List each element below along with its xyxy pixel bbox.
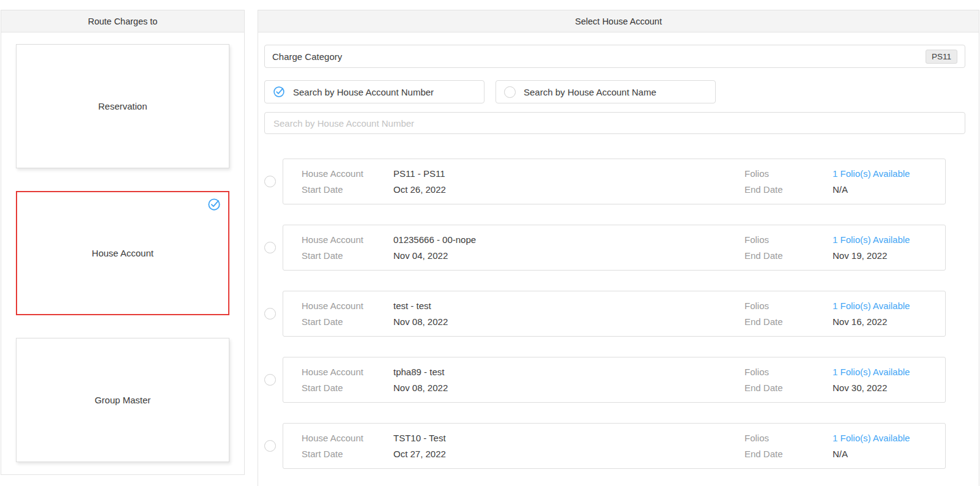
route-option-card[interactable]: Reservation [16,44,229,168]
folios-label: Folios [744,301,833,311]
end-date-label: End Date [744,383,833,393]
end-date-value: Nov 30, 2022 [833,383,927,393]
house-account-card[interactable]: House Account tpha89 - test Folios 1 Fol… [283,357,946,403]
route-charges-header: Route Charges to [1,10,244,32]
search-mode-label: Search by House Account Name [524,87,656,97]
folios-label: Folios [744,367,833,377]
folios-available-link[interactable]: 1 Folio(s) Available [833,433,927,443]
folios-available-link[interactable]: 1 Folio(s) Available [833,301,927,311]
folios-available-link[interactable]: 1 Folio(s) Available [833,234,927,245]
house-account-value: TST10 - Test [393,433,744,443]
house-account-value: test - test [393,301,744,311]
house-account-card[interactable]: House Account test - test Folios 1 Folio… [283,291,946,337]
house-account-label: House Account [302,301,393,311]
house-account-list: House Account PS11 - PS11 Folios 1 Folio… [264,159,965,469]
folios-available-link[interactable]: 1 Folio(s) Available [833,367,927,377]
house-account-label: House Account [302,234,393,245]
house-account-card[interactable]: House Account 01235666 - 00-nope Folios … [283,225,946,271]
row-radio-button[interactable] [264,440,276,452]
start-date-value: Nov 04, 2022 [393,250,744,261]
start-date-label: Start Date [302,250,393,261]
end-date-label: End Date [744,449,833,459]
start-date-value: Nov 08, 2022 [393,383,744,393]
house-account-value: 01235666 - 00-nope [393,234,744,245]
search-mode-option[interactable]: Search by House Account Number [264,80,484,103]
charge-category-label: Charge Category [272,51,342,62]
radio-unchecked-icon [504,86,516,98]
folios-label: Folios [744,168,833,179]
end-date-label: End Date [744,250,833,261]
folios-label: Folios [744,433,833,443]
search-mode-option[interactable]: Search by House Account Name [496,80,716,103]
house-account-row: House Account test - test Folios 1 Folio… [264,291,965,337]
route-option-label: Group Master [95,395,151,405]
search-mode-label: Search by House Account Number [293,87,434,97]
charge-category-field[interactable]: Charge Category PS11 [264,45,965,68]
house-account-value: PS11 - PS11 [393,168,744,179]
end-date-value: Nov 19, 2022 [833,250,927,261]
end-date-value: Nov 16, 2022 [833,316,927,327]
folios-available-link[interactable]: 1 Folio(s) Available [833,168,927,179]
house-account-row: House Account TST10 - Test Folios 1 Foli… [264,423,965,469]
house-account-value: tpha89 - test [393,367,744,377]
folios-label: Folios [744,234,833,245]
house-account-row: House Account tpha89 - test Folios 1 Fol… [264,357,965,403]
house-account-card[interactable]: House Account PS11 - PS11 Folios 1 Folio… [283,159,946,204]
end-date-label: End Date [744,316,833,327]
end-date-value: N/A [833,184,927,195]
search-mode-row: Search by House Account Number Search by… [264,80,965,103]
select-house-account-header: Select House Account [258,10,979,32]
start-date-label: Start Date [302,316,393,327]
charge-category-chip[interactable]: PS11 [926,50,957,64]
house-account-row: House Account PS11 - PS11 Folios 1 Folio… [264,159,965,204]
selected-check-icon [207,198,221,213]
start-date-label: Start Date [302,383,393,393]
select-house-account-panel: Select House Account Charge Category PS1… [258,10,979,486]
route-option-label: Reservation [98,101,147,111]
start-date-value: Nov 08, 2022 [393,316,744,327]
radio-checked-icon [273,86,285,98]
route-option-list: Reservation House Account Group Master [1,32,244,474]
house-account-card[interactable]: House Account TST10 - Test Folios 1 Foli… [283,423,946,469]
row-radio-button[interactable] [264,242,276,253]
route-option-card[interactable]: House Account [16,191,229,315]
route-option-card[interactable]: Group Master [16,338,229,462]
start-date-value: Oct 27, 2022 [393,449,744,459]
house-account-label: House Account [302,367,393,377]
route-option-label: House Account [92,248,154,258]
start-date-value: Oct 26, 2022 [393,184,744,195]
row-radio-button[interactable] [264,374,276,386]
row-radio-button[interactable] [264,308,276,320]
route-charges-title: Route Charges to [88,17,158,26]
end-date-value: N/A [833,449,927,459]
house-account-label: House Account [302,168,393,179]
row-radio-button[interactable] [264,176,276,187]
search-input[interactable] [264,112,965,134]
start-date-label: Start Date [302,449,393,459]
end-date-label: End Date [744,184,833,195]
house-account-label: House Account [302,433,393,443]
start-date-label: Start Date [302,184,393,195]
select-house-account-title: Select House Account [575,17,662,26]
route-charges-panel: Route Charges to Reservation House Accou… [1,10,245,475]
house-account-row: House Account 01235666 - 00-nope Folios … [264,225,965,271]
